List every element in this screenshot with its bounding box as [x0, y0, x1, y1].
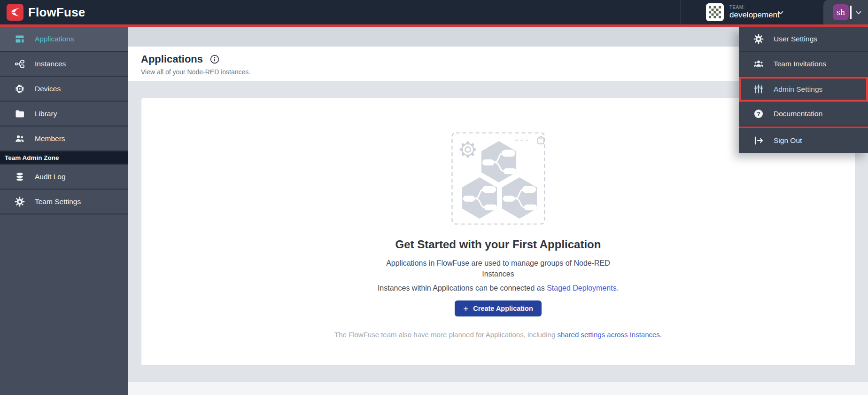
sidebar-item-team-settings[interactable]: Team Settings: [0, 190, 128, 214]
device-chip-icon: [14, 83, 25, 95]
flow-hexagon: [502, 177, 536, 219]
menu-item-label: Admin Settings: [774, 85, 822, 94]
page-title: Applications: [141, 53, 203, 65]
menu-item-documentation[interactable]: ? Documentation: [739, 102, 868, 126]
sidebar-item-label: Members: [35, 134, 65, 143]
user-dropdown-menu: User Settings Team Invitations Admin Set…: [739, 27, 868, 153]
sidebar-item-label: Audit Log: [35, 173, 66, 181]
brand-name: FlowFuse: [28, 5, 85, 20]
question-circle-icon: ?: [753, 108, 764, 119]
info-icon[interactable]: [209, 54, 220, 64]
sliders-icon: [753, 84, 764, 95]
sidebar-item-library[interactable]: Library: [0, 102, 128, 126]
text-cursor-bar: [850, 6, 852, 19]
create-application-label: Create Application: [473, 305, 533, 312]
body-line-1: Applications in FlowFuse are used to man…: [386, 259, 610, 267]
red-rule: [0, 24, 868, 27]
shared-settings-link[interactable]: shared settings across Instances.: [557, 331, 662, 339]
gear-outline-icon: [459, 142, 476, 158]
sidebar-item-devices[interactable]: Devices: [0, 77, 128, 102]
team-admin-zone-header: Team Admin Zone: [0, 151, 128, 165]
empty-state-connect-line: Instances within Applications can be con…: [378, 284, 619, 292]
sidebar-item-audit-log[interactable]: Audit Log: [0, 165, 128, 190]
sidebar-item-label: Team Settings: [35, 198, 81, 206]
menu-item-user-settings[interactable]: User Settings: [739, 27, 868, 52]
menu-item-label: Documentation: [774, 110, 822, 118]
team-selector[interactable]: TEAM: developement: [680, 0, 823, 24]
team-name: developement: [729, 10, 780, 20]
menu-item-label: Team Invitations: [774, 60, 826, 68]
body-line-2: Instances: [482, 270, 514, 278]
instances-icon: [14, 58, 25, 70]
connect-prefix: Instances within Applications can be con…: [378, 284, 547, 292]
flow-hexagon: [481, 141, 516, 182]
staged-deployments-link[interactable]: Staged Deployments.: [547, 284, 619, 292]
empty-state-footer: The FlowFuse team also have more planned…: [334, 331, 662, 339]
sidebar-item-label: Library: [35, 110, 57, 118]
small-box-icon: [538, 136, 544, 144]
gear-icon: [14, 196, 25, 207]
applications-icon: [14, 33, 25, 45]
menu-item-admin-settings[interactable]: Admin Settings: [739, 77, 868, 102]
sidebar-item-label: Devices: [35, 85, 61, 93]
empty-state-heading: Get Started with your First Application: [395, 238, 601, 251]
sidebar-item-instances[interactable]: Instances: [0, 52, 128, 77]
svg-text:?: ?: [757, 110, 760, 117]
logout-icon: [753, 135, 764, 146]
menu-item-label: Sign Out: [774, 136, 802, 145]
sidebar-item-applications[interactable]: Applications: [0, 27, 128, 52]
folder-icon: [14, 108, 25, 119]
plus-icon: +: [463, 304, 468, 313]
brand[interactable]: FlowFuse: [7, 4, 85, 21]
database-icon: [14, 171, 25, 182]
top-navbar: FlowFuse TEAM: developement sh: [0, 0, 868, 24]
page-bottom-strip: [128, 382, 868, 395]
team-label: TEAM:: [729, 5, 780, 10]
team-avatar: [706, 3, 724, 21]
sidebar-item-label: Applications: [35, 35, 74, 43]
gear-icon: [753, 33, 764, 45]
sidebar: Applications Instances Devices Library: [0, 27, 128, 395]
chevron-down-icon: [776, 8, 785, 19]
flowfuse-logo-icon: [7, 4, 23, 21]
user-avatar: sh: [833, 4, 849, 20]
menu-item-label: User Settings: [774, 35, 817, 43]
empty-state-illustration: [451, 132, 545, 225]
chevron-down-icon: [854, 8, 863, 19]
footer-prefix: The FlowFuse team also have more planned…: [334, 331, 557, 339]
users-icon: [14, 133, 25, 144]
menu-item-team-invitations[interactable]: Team Invitations: [739, 52, 868, 77]
create-application-button[interactable]: + Create Application: [455, 300, 542, 316]
menu-item-sign-out[interactable]: Sign Out: [739, 128, 868, 153]
empty-state-body: Applications in FlowFuse are used to man…: [386, 258, 610, 279]
sidebar-item-members[interactable]: Members: [0, 126, 128, 151]
user-menu-button[interactable]: sh: [823, 0, 868, 24]
flow-hexagon: [462, 177, 496, 219]
sidebar-item-label: Instances: [35, 60, 66, 68]
user-group-icon: [753, 58, 764, 70]
